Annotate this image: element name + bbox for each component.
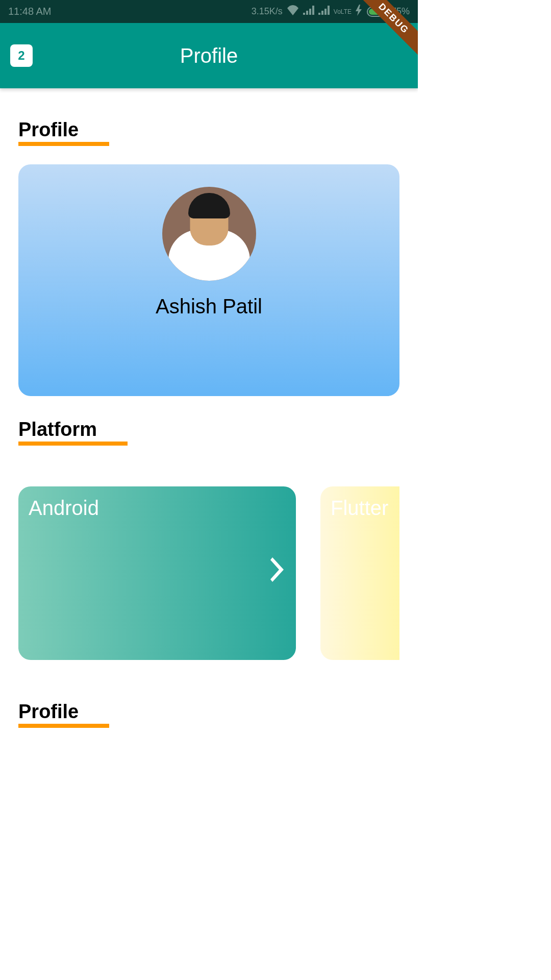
profile-card[interactable]: Ashish Patil <box>18 164 399 396</box>
app-bar-title: Profile <box>10 44 408 67</box>
wifi-icon <box>287 5 299 18</box>
network-speed-label: 3.15K/s <box>252 6 283 17</box>
platform-section: Platform Android Flutter <box>18 419 399 660</box>
avatar[interactable] <box>162 187 256 281</box>
status-bar: 11:48 AM 3.15K/s VoLTE 75% <box>0 0 418 23</box>
chevron-right-icon <box>270 557 286 586</box>
section-title-profile-2: Profile <box>18 701 109 728</box>
profile-name: Ashish Patil <box>156 295 262 318</box>
status-time: 11:48 AM <box>8 6 52 17</box>
signal-icon-1 <box>303 6 314 17</box>
content-area: Profile Ashish Patil Platform Android Fl… <box>0 88 418 743</box>
platform-card-android[interactable]: Android <box>18 486 296 660</box>
signal-icon-2 <box>318 6 330 17</box>
charging-icon <box>356 5 363 18</box>
platform-card-title: Android <box>29 497 99 520</box>
section-title-platform: Platform <box>18 419 128 446</box>
profile-section-2: Profile <box>18 701 399 743</box>
section-title-profile: Profile <box>18 119 109 146</box>
profile-section: Profile Ashish Patil <box>18 119 399 396</box>
platform-scroll[interactable]: Android Flutter <box>18 486 399 660</box>
app-bar: 2 Profile <box>0 23 418 88</box>
platform-card-title: Flutter <box>331 497 388 520</box>
lte-label: VoLTE <box>334 8 352 15</box>
platform-card-flutter[interactable]: Flutter <box>320 486 399 660</box>
time-label: 11:48 AM <box>8 6 52 17</box>
